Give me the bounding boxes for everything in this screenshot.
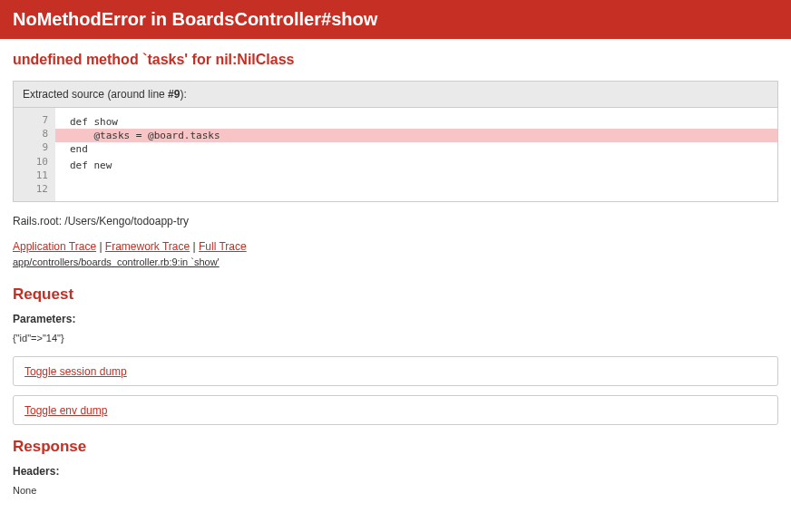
code-line-highlight: @tasks = @board.tasks xyxy=(55,129,777,142)
code-col: def show @tasks = @board.tasks end def n… xyxy=(55,108,777,201)
rails-root: Rails.root: /Users/Kengo/todoapp-try xyxy=(13,215,778,227)
line-numbers-col: 7 8 9 10 11 12 xyxy=(14,108,55,201)
code-line: def show xyxy=(55,115,777,129)
source-lines: 7 8 9 10 11 12 def show @tasks = @board.… xyxy=(14,108,777,201)
exception-message: undefined method `tasks' for nil:NilClas… xyxy=(13,52,778,68)
line-number: 8 xyxy=(21,127,48,140)
parameters-label: Parameters: xyxy=(13,313,778,325)
trace-sep: | xyxy=(190,240,199,253)
code-line: def new xyxy=(55,159,777,172)
headers-value: None xyxy=(13,485,778,496)
trace-links: Application Trace | Framework Trace | Fu… xyxy=(13,240,778,253)
source-extract-box: Extracted source (around line #9): 7 8 9… xyxy=(13,81,778,202)
source-heading-prefix: Extracted source (around line xyxy=(23,88,168,101)
toggle-session-box: Toggle session dump xyxy=(13,356,778,386)
code-line: end xyxy=(55,142,777,156)
headers-label: Headers: xyxy=(13,465,778,478)
toggle-env-box: Toggle env dump xyxy=(13,395,778,425)
source-heading-line: #9 xyxy=(168,88,180,101)
error-header: NoMethodError in BoardsController#show xyxy=(0,0,791,39)
trace-line: app/controllers/boards_controller.rb:9:i… xyxy=(13,256,778,267)
application-trace-link[interactable]: Application Trace xyxy=(13,240,96,253)
line-number: 9 xyxy=(21,140,48,154)
framework-trace-link[interactable]: Framework Trace xyxy=(105,240,190,253)
line-number: 10 xyxy=(21,155,48,169)
full-trace-link[interactable]: Full Trace xyxy=(199,240,247,253)
request-heading: Request xyxy=(13,285,778,304)
content-area: undefined method `tasks' for nil:NilClas… xyxy=(0,39,791,508)
line-number: 11 xyxy=(21,169,48,182)
response-heading: Response xyxy=(13,438,778,456)
line-number: 7 xyxy=(21,113,48,127)
toggle-env-link[interactable]: Toggle env dump xyxy=(24,404,107,417)
error-title: NoMethodError in BoardsController#show xyxy=(13,9,778,30)
source-heading-suffix: ): xyxy=(180,88,186,101)
line-number: 12 xyxy=(21,182,48,196)
source-extract-heading: Extracted source (around line #9): xyxy=(14,82,777,108)
trace-sep: | xyxy=(96,240,105,253)
parameters-value: {"id"=>"14"} xyxy=(13,333,778,343)
toggle-session-link[interactable]: Toggle session dump xyxy=(24,365,127,378)
